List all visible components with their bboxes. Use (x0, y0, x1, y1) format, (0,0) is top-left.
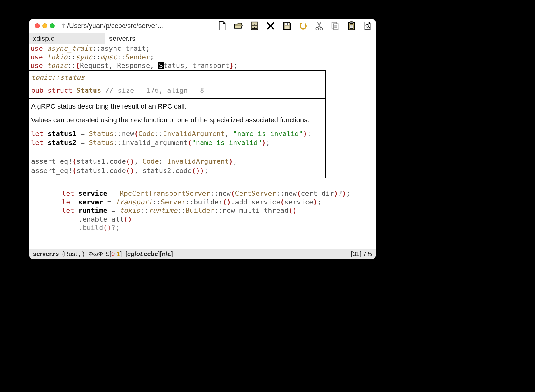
save-button[interactable] (282, 21, 292, 31)
hover-example: let status1 = Status::new(Code::InvalidA… (31, 129, 323, 175)
search-button[interactable] (363, 21, 373, 31)
editor-area[interactable]: use async_trait::async_trait; use tokio:… (29, 44, 376, 249)
close-icon (266, 21, 275, 30)
window-controls (35, 23, 55, 28)
code-line-1: use async_trait::async_trait; (29, 44, 376, 53)
svg-point-4 (254, 27, 255, 27)
open-button[interactable] (233, 21, 243, 31)
close-window-icon[interactable] (35, 23, 40, 28)
code-line-3: use tonic::{Request, Response, Status, t… (29, 61, 376, 70)
cut-icon (314, 21, 324, 30)
editor-window: ⚚ /Users/yuan/p/ccbc/src/server… (29, 19, 376, 259)
code-below-tooltip: let service = RpcCertTransportServer::ne… (29, 189, 376, 232)
svg-rect-7 (287, 23, 288, 25)
hover-signature: pub struct Status // size = 176, align =… (31, 86, 323, 95)
status-filename: server.rs (33, 250, 59, 258)
svg-rect-6 (285, 26, 289, 29)
status-position: [31] 7% (351, 250, 372, 258)
svg-rect-13 (350, 22, 353, 24)
dired-icon (250, 21, 259, 30)
status-na: [n/a] (160, 250, 173, 258)
copy-icon (331, 21, 340, 30)
svg-point-8 (316, 28, 319, 30)
svg-point-3 (254, 24, 255, 24)
paste-button[interactable] (347, 21, 356, 31)
flycheck-indicator: ΦωΦ (88, 250, 103, 258)
open-folder-icon (234, 21, 243, 30)
zoom-window-icon[interactable] (50, 23, 55, 28)
title-path: /Users/yuan/p/ccbc/src/server… (67, 22, 164, 30)
hover-doc-line-1: A gRPC status describing the result of a… (31, 102, 323, 111)
cut-button[interactable] (314, 21, 324, 31)
vcs-icon: ⚚ (61, 22, 66, 29)
undo-button[interactable] (298, 21, 308, 31)
mode-line: server.rs (Rust ;-) ΦωΦ S[0 1] [eglot:cc… (29, 249, 376, 259)
search-icon (363, 21, 372, 30)
text-cursor: S (158, 62, 164, 69)
paste-icon (347, 21, 356, 30)
new-file-button[interactable] (217, 21, 227, 31)
close-button[interactable] (266, 21, 276, 31)
tab-bar: xdisp.c server.rs (29, 33, 376, 44)
tab-xdisp[interactable]: xdisp.c (29, 33, 105, 44)
undo-icon (298, 21, 308, 30)
svg-rect-11 (333, 24, 338, 30)
titlebar: ⚚ /Users/yuan/p/ccbc/src/server… (29, 19, 376, 33)
hover-divider (29, 98, 325, 99)
code-line-2: use tokio::sync::mpsc::Sender; (29, 53, 376, 62)
hover-module-path: tonic::status (31, 73, 323, 82)
hover-doc-line-2: Values can be created using the new func… (31, 115, 323, 125)
flycheck-counts: S[0 1] (105, 250, 122, 258)
status-major-mode: (Rust ;-) (62, 250, 84, 258)
copy-button[interactable] (330, 21, 340, 31)
toolbar (217, 21, 373, 31)
svg-point-9 (320, 28, 323, 30)
eglot-indicator: [eglot:ccbc] (125, 250, 160, 258)
svg-rect-5 (285, 23, 289, 25)
window-title: ⚚ /Users/yuan/p/ccbc/src/server… (61, 22, 164, 30)
hover-doc-popup: tonic::status pub struct Status // size … (29, 70, 326, 178)
minimize-window-icon[interactable] (42, 23, 47, 28)
new-file-icon (217, 21, 227, 30)
tab-server[interactable]: server.rs (105, 33, 140, 44)
save-icon (282, 21, 291, 30)
dired-button[interactable] (249, 21, 259, 31)
